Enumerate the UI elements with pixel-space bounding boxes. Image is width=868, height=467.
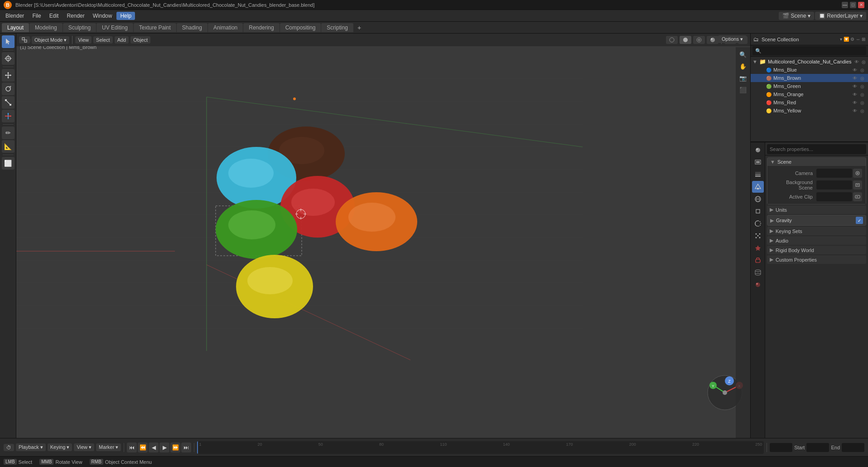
menu-edit[interactable]: Edit	[46, 12, 63, 20]
scene-selector[interactable]: 🎬 Scene ▾	[779, 12, 814, 20]
object-mode-selector[interactable]: Object Mode ▾	[32, 36, 69, 44]
prop-icon-constraints[interactable]	[752, 254, 764, 266]
outliner-item-mms-yellow[interactable]: ▶ 🟡 Mms_Yellow 👁 ◎	[751, 107, 868, 115]
active-clip-value[interactable]	[816, 192, 852, 201]
outliner-item-mms-red[interactable]: ▶ 🔴 Mms_Red 👁 ◎	[751, 98, 868, 107]
props-search-input[interactable]	[767, 144, 866, 154]
select-icon-red[interactable]: ◎	[859, 99, 865, 106]
prop-icon-world[interactable]	[752, 193, 764, 205]
outliner-item-scene-collection[interactable]: ▼ 📁 Multicolored_Chocolate_Nut_Candies 👁…	[751, 58, 868, 66]
select-icon-brown[interactable]: ◎	[859, 75, 865, 81]
menu-help[interactable]: Help	[116, 12, 135, 20]
step-forward-button[interactable]: ⏩	[170, 443, 180, 452]
tab-add-button[interactable]: +	[354, 23, 365, 33]
camera-icon-button[interactable]	[853, 169, 862, 178]
prop-icon-scene[interactable]	[752, 181, 764, 193]
timeline-editor-type[interactable]: ⏱	[4, 444, 14, 451]
select-icon-yellow[interactable]: ◎	[859, 107, 865, 114]
eye-icon-orange[interactable]: 👁	[852, 91, 858, 97]
step-back-button[interactable]: ⏪	[138, 443, 148, 452]
custom-properties-section[interactable]: ▶ Custom Properties	[767, 255, 866, 264]
menu-window[interactable]: Window	[89, 12, 116, 20]
current-frame-input[interactable]: 1	[770, 443, 792, 452]
tab-rendering[interactable]: Rendering	[243, 23, 279, 32]
scene-section-header[interactable]: ▼ Scene	[767, 158, 866, 166]
tab-scripting[interactable]: Scripting	[321, 23, 353, 32]
view-menu[interactable]: View	[75, 36, 92, 44]
camera-view-button[interactable]: 📷	[738, 73, 748, 83]
tab-uv-editing[interactable]: UV Editing	[96, 23, 133, 32]
prop-icon-particles[interactable]	[752, 230, 764, 242]
timeline-keying-menu[interactable]: Keying ▾	[48, 443, 72, 451]
eye-icon-brown[interactable]: 👁	[852, 75, 858, 81]
timeline-marker-menu[interactable]: Marker ▾	[96, 443, 121, 451]
menu-file[interactable]: File	[29, 12, 44, 20]
menu-blender[interactable]: Blender	[2, 12, 28, 20]
object-menu[interactable]: Object	[130, 36, 150, 44]
jump-to-end-button[interactable]: ⏭	[181, 443, 191, 452]
outliner-item-mms-brown[interactable]: ▶ 🟤 Mms_Brown 👁 ◎	[751, 74, 868, 82]
keying-sets-section[interactable]: ▶ Keying Sets	[767, 227, 866, 235]
menu-render[interactable]: Render	[63, 12, 88, 20]
prop-icon-modifier[interactable]	[752, 218, 764, 229]
zoom-in-button[interactable]: 🔍	[738, 49, 748, 60]
transform-tool-button[interactable]	[2, 110, 14, 122]
select-icon-green[interactable]: ◎	[859, 83, 865, 89]
tab-texture-paint[interactable]: Texture Paint	[134, 23, 176, 32]
timeline-scrubber[interactable]: 1 20 50 80 110 140 170 200 220 250	[197, 441, 764, 454]
eye-icon-red[interactable]: 👁	[852, 99, 858, 106]
viewport-shading-wireframe[interactable]	[666, 36, 678, 44]
visibility-select-icon[interactable]: ◎	[861, 58, 867, 65]
add-cube-button[interactable]: ⬜	[2, 157, 14, 170]
prop-icon-render[interactable]	[752, 144, 764, 156]
editor-type-selector[interactable]	[19, 36, 30, 44]
prop-icon-material[interactable]	[752, 279, 764, 291]
tab-shading[interactable]: Shading	[177, 23, 207, 32]
outliner-item-mms-green[interactable]: ▶ 🟢 Mms_Green 👁 ◎	[751, 82, 868, 90]
prop-icon-data[interactable]	[752, 267, 764, 278]
add-menu[interactable]: Add	[115, 36, 129, 44]
audio-section[interactable]: ▶ Audio	[767, 236, 866, 245]
timeline-view-menu[interactable]: View ▾	[74, 443, 94, 451]
start-frame-input[interactable]: 1	[806, 443, 829, 452]
frame-all-button[interactable]: ⬛	[738, 84, 748, 95]
pan-button[interactable]: ✋	[738, 61, 748, 72]
render-layer-selector[interactable]: 🔲 RenderLayer ▾	[815, 12, 866, 20]
jump-to-start-button[interactable]: ⏮	[127, 443, 137, 452]
measure-tool-button[interactable]: 📐	[2, 140, 14, 153]
cursor-tool-button[interactable]	[2, 52, 14, 65]
close-button[interactable]: ✕	[858, 2, 864, 8]
tab-layout[interactable]: Layout	[2, 23, 29, 32]
units-section[interactable]: ▶ Units	[767, 205, 866, 214]
rotate-tool-button[interactable]	[2, 83, 14, 95]
visibility-eye-icon[interactable]: 👁	[854, 58, 860, 65]
select-menu[interactable]: Select	[93, 36, 113, 44]
prop-icon-output[interactable]	[752, 156, 764, 168]
tab-sculpting[interactable]: Sculpting	[63, 23, 96, 32]
tab-modeling[interactable]: Modeling	[29, 23, 63, 32]
move-tool-button[interactable]	[2, 69, 14, 82]
eye-icon-yellow[interactable]: 👁	[852, 107, 858, 114]
scale-tool-button[interactable]	[2, 96, 14, 109]
select-tool-button[interactable]	[2, 35, 14, 48]
timeline-playback-menu[interactable]: Playback ▾	[16, 443, 46, 451]
rigid-body-world-section[interactable]: ▶ Rigid Body World	[767, 246, 866, 254]
viewport-shading-material[interactable]	[693, 36, 705, 44]
outliner-item-mms-orange[interactable]: ▶ 🟠 Mms_Orange 👁 ◎	[751, 90, 868, 98]
tab-animation[interactable]: Animation	[208, 23, 243, 32]
background-scene-value[interactable]	[816, 180, 852, 190]
play-button[interactable]: ▶	[159, 443, 169, 452]
outliner-item-mms-blue[interactable]: ▶ 🔵 Mms_Blue 👁 ◎	[751, 66, 868, 74]
background-scene-icon-button[interactable]	[853, 180, 862, 190]
annotate-tool-button[interactable]: ✏	[2, 126, 14, 139]
viewport-shading-solid[interactable]	[680, 36, 691, 44]
eye-icon-green[interactable]: 👁	[852, 83, 858, 89]
select-icon-orange[interactable]: ◎	[859, 91, 865, 97]
options-button[interactable]: Options ▾	[718, 35, 747, 43]
title-bar-controls[interactable]: — □ ✕	[842, 2, 864, 8]
play-back-button[interactable]: ◀	[149, 443, 159, 452]
prop-icon-view-layer[interactable]	[752, 169, 764, 180]
select-icon-blue[interactable]: ◎	[859, 67, 865, 73]
viewport-shading-rendered[interactable]	[707, 36, 719, 44]
gravity-checkbox[interactable]: ✓	[856, 217, 863, 224]
